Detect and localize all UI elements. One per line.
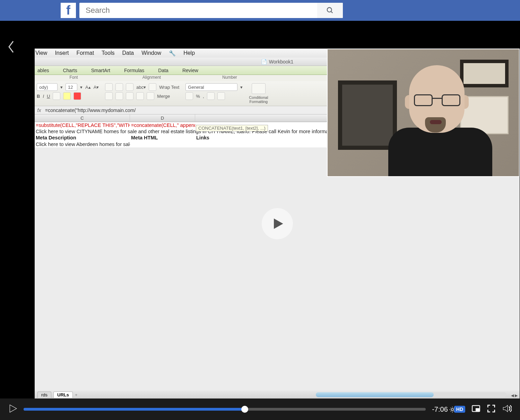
menu-view[interactable]: View	[35, 50, 47, 56]
pip-button[interactable]	[471, 404, 480, 414]
add-sheet-button[interactable]: +	[75, 392, 78, 397]
hd-settings-button[interactable]: HD	[454, 406, 465, 413]
menu-data[interactable]: Data	[122, 50, 134, 56]
group-number-label: Number	[191, 75, 269, 81]
svg-line-1	[331, 11, 333, 13]
col-header-c[interactable]: C	[35, 114, 130, 122]
scroll-arrows[interactable]: ◀ ▶	[511, 393, 518, 398]
fx-label: fx	[35, 108, 44, 113]
valign-top-icon[interactable]	[105, 92, 113, 100]
valign-mid-icon[interactable]	[115, 92, 123, 100]
valign-bot-icon[interactable]	[126, 92, 133, 100]
tab-formulas[interactable]: Formulas	[124, 68, 144, 73]
indent-icon[interactable]	[136, 92, 144, 100]
scrollbar-thumb[interactable]	[316, 392, 434, 397]
comma-icon[interactable]: ,	[203, 94, 204, 99]
search-container	[79, 3, 343, 18]
video-content: View Insert Format Tools Data Window 🔧 H…	[35, 49, 520, 399]
tab-review[interactable]: Review	[182, 68, 198, 73]
svg-marker-7	[503, 405, 508, 412]
border-icon[interactable]	[53, 92, 60, 100]
fb-logo[interactable]: f	[61, 3, 76, 18]
menu-tools[interactable]: Tools	[102, 50, 114, 56]
font-size-select[interactable]: 12	[66, 83, 77, 91]
bold-icon[interactable]: B	[37, 94, 40, 99]
tab-charts[interactable]: Charts	[63, 68, 77, 73]
svg-point-4	[451, 409, 453, 411]
back-button[interactable]	[6, 40, 20, 54]
col-header-d[interactable]: D	[130, 114, 195, 122]
decrease-font-icon[interactable]: A▾	[94, 85, 99, 90]
time-remaining: -7:06	[432, 405, 448, 413]
align-left-icon[interactable]	[105, 83, 113, 91]
align-center-icon[interactable]	[115, 83, 123, 91]
play-overlay-button[interactable]	[262, 208, 293, 239]
increase-decimal-icon[interactable]	[207, 92, 215, 100]
number-format-select[interactable]: General	[185, 83, 237, 91]
conditional-formatting-label: Conditional Formatting	[249, 95, 268, 104]
menu-window[interactable]: Window	[141, 50, 161, 56]
align-right-icon[interactable]	[126, 83, 133, 91]
menu-script-icon[interactable]: 🔧	[169, 50, 176, 57]
progress-fill	[24, 408, 245, 411]
svg-point-0	[327, 8, 332, 12]
player-controls: -7:06 HD	[0, 398, 520, 420]
search-button[interactable]	[317, 3, 343, 18]
workbook-title: Workbook1	[269, 59, 294, 65]
wrap-text-icon[interactable]	[149, 83, 156, 91]
italic-icon[interactable]: I	[43, 94, 44, 99]
currency-icon[interactable]	[185, 92, 193, 100]
horizontal-scrollbar[interactable]	[316, 392, 506, 397]
merge-icon[interactable]	[147, 92, 154, 100]
sheet-tab-urls[interactable]: URLs	[53, 392, 73, 398]
group-font-label: Font	[35, 75, 113, 81]
volume-button[interactable]	[502, 404, 512, 415]
video-player: View Insert Format Tools Data Window 🔧 H…	[0, 21, 520, 420]
decrease-decimal-icon[interactable]	[217, 92, 225, 100]
group-alignment-label: Alignment	[113, 75, 191, 81]
webcam-overlay	[327, 49, 520, 177]
svg-marker-3	[10, 405, 17, 412]
increase-font-icon[interactable]: A▴	[85, 85, 91, 90]
fill-color-icon[interactable]	[63, 92, 71, 100]
font-color-icon[interactable]	[73, 92, 81, 100]
tab-tables[interactable]: ables	[37, 68, 49, 73]
tab-data[interactable]: Data	[158, 68, 168, 73]
progress-thumb[interactable]	[241, 406, 248, 413]
fullscreen-button[interactable]	[487, 404, 496, 414]
doc-icon: 📄	[261, 59, 267, 65]
formula-tooltip: CONCATENATE(text1, [text2], ...)	[196, 125, 268, 131]
menu-help[interactable]: Help	[183, 50, 195, 56]
percent-icon[interactable]: %	[196, 94, 200, 99]
sheet-tab-prev[interactable]: rds	[37, 392, 51, 398]
progress-bar[interactable]	[24, 408, 426, 411]
font-name-select[interactable]: ody)	[37, 83, 58, 91]
svg-marker-2	[274, 218, 283, 229]
menu-format[interactable]: Format	[76, 50, 94, 56]
sheet-tabs-bar: rds URLs + ◀ ▶	[35, 391, 520, 399]
merge-label[interactable]: Merge	[157, 94, 170, 99]
conditional-formatting-icon[interactable]	[252, 83, 266, 94]
menu-insert[interactable]: Insert	[55, 50, 69, 56]
underline-icon[interactable]: U	[47, 94, 50, 99]
tab-smartart[interactable]: SmartArt	[91, 68, 110, 73]
wrap-text-label[interactable]: Wrap Text	[159, 85, 179, 90]
play-button[interactable]	[8, 404, 17, 414]
search-input[interactable]	[79, 6, 317, 15]
svg-rect-6	[476, 409, 479, 411]
fb-top-bar: f	[0, 0, 520, 21]
